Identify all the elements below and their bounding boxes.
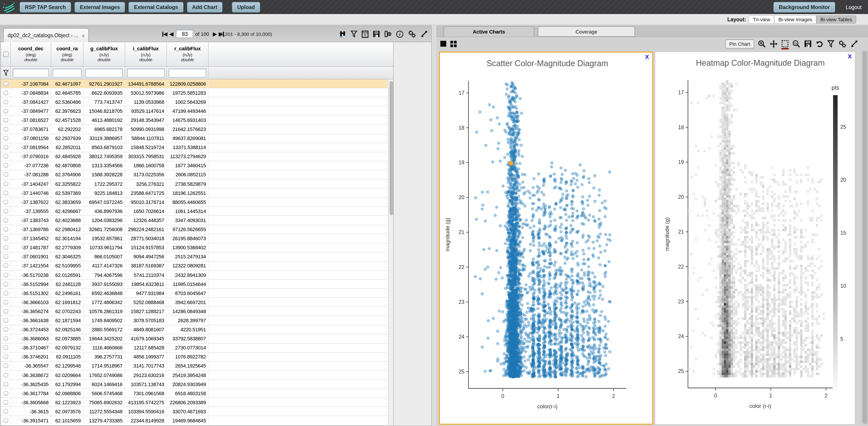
- table-row[interactable]: -37.142155462.51099554117.414732638187.5…: [1, 261, 388, 270]
- table-row[interactable]: -37.134545262.301419419532.65786128771.5…: [1, 234, 388, 243]
- row-checkbox[interactable]: [3, 418, 8, 423]
- filter-input-r-calibflux[interactable]: [168, 68, 206, 77]
- row-checkbox[interactable]: [3, 309, 8, 314]
- upload-button[interactable]: Upload: [232, 2, 260, 12]
- row-checkbox[interactable]: [3, 318, 8, 323]
- table-row[interactable]: -37.084947762.397662315046.821870593529.…: [1, 107, 388, 116]
- logout-link[interactable]: Logout: [846, 4, 862, 10]
- heatmap-chart-box[interactable]: X Heatmap Color-Magnitude Diagram1718192…: [655, 52, 855, 425]
- table-row[interactable]: -37.144074662.53973699225.18481323588.64…: [1, 189, 388, 198]
- table-row[interactable]: -37.080115662.293793933119.388695758844.…: [1, 134, 388, 143]
- row-checkbox[interactable]: [3, 99, 8, 104]
- table-row[interactable]: -36.366163862.18715941749.84095023078.57…: [1, 316, 388, 325]
- charts-scrollbar-thumb[interactable]: [863, 51, 867, 424]
- tab-coverage[interactable]: Coverage: [538, 26, 635, 37]
- row-checkbox[interactable]: [3, 81, 8, 86]
- row-checkbox[interactable]: [3, 127, 8, 131]
- pan-icon[interactable]: [770, 40, 778, 48]
- table-row[interactable]: -36.515299462.24811283937.915509319854.6…: [1, 280, 388, 289]
- row-checkbox[interactable]: [3, 154, 8, 159]
- column-header-coord-ra[interactable]: coord_ra(deg)double: [51, 42, 84, 66]
- row-checkbox[interactable]: [3, 346, 8, 350]
- save-icon[interactable]: [804, 40, 812, 47]
- column-header-i-calibflux[interactable]: i_calibFlux(nJy)double: [125, 42, 167, 66]
- expand-icon[interactable]: [421, 30, 428, 38]
- table-row[interactable]: -37.138762262.383365969547.037224595010.…: [1, 198, 388, 207]
- row-checkbox[interactable]: [3, 227, 8, 232]
- filter-input-coord-dec[interactable]: [12, 68, 49, 77]
- settings-gear-icon[interactable]: [838, 40, 847, 48]
- table-row[interactable]: -36.361562.097357611272.5554348103394.55…: [1, 407, 388, 416]
- row-checkbox[interactable]: [3, 409, 8, 414]
- table-row[interactable]: -36.400143862.075775920263.967773341713.…: [1, 425, 388, 426]
- zoom-in-icon[interactable]: [758, 40, 766, 48]
- scatter-chart-close-icon[interactable]: X: [645, 54, 649, 60]
- first-page-button[interactable]: ◀: [162, 31, 167, 37]
- table-row[interactable]: -37.081956462.28520118563.687910315848.5…: [1, 143, 388, 152]
- row-checkbox[interactable]: [3, 191, 8, 195]
- scatter-chart[interactable]: Scatter Color-Magnitude Diagram171819202…: [440, 53, 652, 415]
- row-checkbox[interactable]: [3, 400, 8, 405]
- table-row[interactable]: -37.060190162.3046325866.01050079094.494…: [1, 253, 388, 261]
- row-checkbox[interactable]: [3, 145, 8, 150]
- row-checkbox[interactable]: [3, 282, 8, 286]
- undo-icon[interactable]: [815, 40, 824, 48]
- external-catalogs-button[interactable]: External Catalogs: [129, 2, 183, 12]
- row-checkbox[interactable]: [3, 336, 8, 341]
- table-row[interactable]: -37.08128862.37649061588.39282283173.022…: [1, 170, 388, 179]
- row-checkbox[interactable]: [3, 364, 8, 368]
- table-row[interactable]: -37.084883462.46457856622.609393553012.5…: [1, 88, 388, 97]
- row-checkbox[interactable]: [3, 327, 8, 332]
- table-row[interactable]: -36.36554762.12995481714.95189673141.701…: [1, 362, 388, 371]
- text-view-icon[interactable]: TEXTT: [362, 30, 369, 38]
- filter-funnel-icon[interactable]: [827, 40, 834, 47]
- row-checkbox[interactable]: [3, 255, 8, 259]
- background-monitor-button[interactable]: Background Monitor: [773, 2, 835, 12]
- row-checkbox[interactable]: [3, 109, 8, 113]
- row-checkbox[interactable]: [3, 245, 8, 250]
- table-row[interactable]: -37.108708462.467109792761.2901927134491…: [1, 79, 388, 88]
- table-row[interactable]: -37.138374362.40236881204.038329612326.4…: [1, 216, 388, 225]
- select-all-checkbox[interactable]: [3, 52, 8, 57]
- search-binoculars-icon[interactable]: [339, 30, 346, 38]
- table-tab[interactable]: dp02_dc2_catalogs.Object - ... x: [3, 28, 89, 42]
- table-row[interactable]: -37.084142762.5360486773.74137471139.053…: [1, 97, 388, 106]
- table-row[interactable]: -36.371046762.09791321116.466066612117.6…: [1, 343, 388, 352]
- next-page-button[interactable]: ▶: [213, 31, 217, 37]
- table-row[interactable]: -37.081652762.45715284613.488019229148.3…: [1, 116, 388, 125]
- row-checkbox[interactable]: [3, 90, 8, 95]
- table-row[interactable]: -36.366610362.16918121772.48063425252.08…: [1, 298, 388, 307]
- column-header-g-calibflux[interactable]: g_calibFlux(nJy)double: [84, 42, 125, 66]
- info-icon[interactable]: i: [396, 30, 404, 38]
- row-checkbox[interactable]: [3, 209, 8, 214]
- rsp-tap-search-button[interactable]: RSP TAP Search: [20, 2, 71, 12]
- row-checkbox[interactable]: [3, 391, 8, 395]
- table-row[interactable]: -36.517023862.0126591794.40675965741.211…: [1, 270, 388, 280]
- layout-tri-view-button[interactable]: Tri-view: [749, 15, 774, 23]
- heatmap-chart[interactable]: Heatmap Color-Magnitude Diagram171819202…: [655, 52, 855, 415]
- row-checkbox[interactable]: [3, 136, 8, 140]
- filter-input-i-calibflux[interactable]: [127, 68, 165, 77]
- row-checkbox[interactable]: [3, 236, 8, 241]
- row-checkbox[interactable]: [3, 218, 8, 223]
- grid-view-icon[interactable]: [450, 40, 457, 47]
- column-header-coord-dec[interactable]: coord_dec(deg)double: [11, 42, 51, 66]
- row-checkbox[interactable]: [3, 300, 8, 304]
- external-images-button[interactable]: External Images: [74, 2, 125, 12]
- layout-bi-view-tables-button[interactable]: Bi-view Tables: [816, 15, 856, 23]
- zoom-1x-icon[interactable]: 1x: [792, 40, 800, 48]
- row-checkbox[interactable]: [3, 355, 8, 359]
- table-row[interactable]: -36.361778462.09888065606.57454687301.09…: [1, 389, 388, 398]
- scatter-chart-box[interactable]: X Scatter Color-Magnitude Diagram1718192…: [439, 52, 653, 425]
- row-checkbox[interactable]: [3, 373, 8, 377]
- table-row[interactable]: -36.374620162.0911105396.27577314856.199…: [1, 353, 388, 362]
- save-icon[interactable]: [373, 30, 380, 38]
- row-checkbox[interactable]: [3, 172, 8, 177]
- row-checkbox[interactable]: [3, 264, 8, 268]
- table-row[interactable]: -37.07723662.48708081313.33545661866.160…: [1, 161, 388, 170]
- table-row[interactable]: -36.368606362.097388519644.342520241679.…: [1, 334, 388, 343]
- settings-gear-icon[interactable]: [408, 30, 416, 38]
- row-checkbox[interactable]: [3, 118, 8, 122]
- row-checkbox[interactable]: [3, 291, 8, 295]
- table-row[interactable]: -36.363867262.020966417652.074908629123.…: [1, 371, 388, 380]
